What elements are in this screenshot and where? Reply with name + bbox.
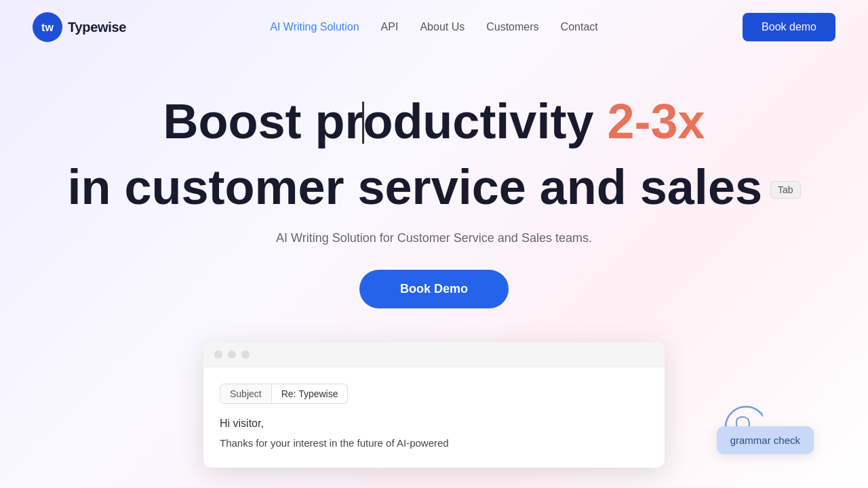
cursor-indicator	[362, 102, 364, 143]
email-greeting: Hi visitor,	[220, 418, 648, 430]
nav-customers[interactable]: Customers	[486, 21, 538, 33]
hero-title-highlight: 2-3x	[607, 94, 705, 148]
svg-text:tw: tw	[41, 22, 54, 33]
titlebar-dot-2	[228, 350, 236, 359]
demo-titlebar	[203, 342, 665, 367]
hero-book-demo-button[interactable]: Book Demo	[359, 270, 509, 308]
grammar-check-tooltip: grammar check	[717, 426, 814, 454]
nav-book-demo-button[interactable]: Book demo	[743, 13, 835, 41]
titlebar-dot-1	[214, 350, 222, 359]
email-body: Thanks for your interest in the future o…	[220, 435, 648, 451]
hero-title-line2: in customer service and sales	[67, 159, 762, 215]
logo-text: Typewise	[68, 20, 126, 35]
hero-title-line1: Boost productivity 2-3x	[33, 95, 835, 148]
titlebar-dot-3	[241, 350, 250, 359]
grammar-check-label: grammar check	[730, 434, 800, 446]
nav-ai-writing-solution[interactable]: AI Writing Solution	[270, 21, 359, 33]
hero-title-end: oductivity	[363, 94, 607, 148]
hero-description: AI Writing Solution for Customer Service…	[33, 231, 835, 245]
demo-body: Subject Re: Typewise Hi visitor, Thanks …	[203, 367, 665, 468]
demo-window: Subject Re: Typewise Hi visitor, Thanks …	[203, 342, 665, 468]
tab-badge: Tab	[770, 181, 801, 199]
subject-row: Subject Re: Typewise	[220, 384, 648, 404]
nav-api[interactable]: API	[381, 21, 399, 33]
subject-label: Subject	[220, 384, 272, 404]
nav-contact[interactable]: Contact	[561, 21, 598, 33]
demo-container: Subject Re: Typewise Hi visitor, Thanks …	[0, 342, 868, 468]
hero-subtitle-row: in customer service and sales Tab	[33, 159, 835, 215]
nav-links: AI Writing Solution API About Us Custome…	[270, 21, 597, 33]
logo-link[interactable]: tw Typewise	[33, 12, 126, 42]
subject-value: Re: Typewise	[272, 384, 349, 404]
navbar: tw Typewise AI Writing Solution API Abou…	[0, 0, 868, 54]
hero-section: Boost productivity 2-3x in customer serv…	[0, 54, 868, 342]
nav-about-us[interactable]: About Us	[420, 21, 465, 33]
typewise-logo-icon: tw	[33, 12, 62, 42]
hero-title-start: Boost pr	[163, 94, 363, 148]
